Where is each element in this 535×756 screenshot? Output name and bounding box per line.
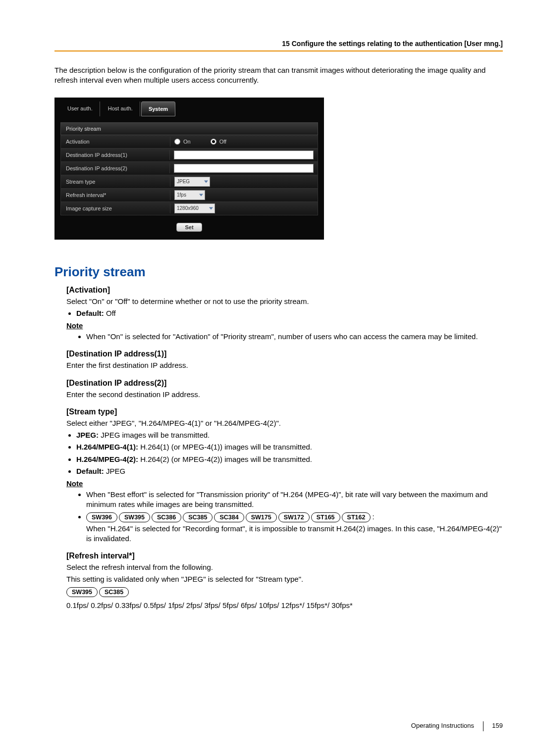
label-stream-default: Default:: [76, 467, 104, 475]
settings-panel-screenshot: User auth. Host auth. System Priority st…: [54, 98, 324, 240]
page-footer: Operating Instructions 159: [411, 721, 503, 731]
page-header-title: 15 Configure the settings relating to th…: [54, 40, 503, 48]
row-dest1: Destination IP address(1): [60, 149, 318, 162]
block-stream: [Stream type] Select either "JPEG", "H.2…: [54, 407, 503, 544]
label-jpeg: JPEG:: [76, 431, 99, 439]
note-label-activation: Note: [66, 321, 503, 330]
model-pill: SW395: [66, 587, 98, 597]
block-activation: [Activation] Select "On" or "Off" to det…: [54, 286, 503, 342]
heading-dest1: [Destination IP address(1)]: [66, 350, 503, 358]
block-refresh: [Refresh interval*] Select the refresh i…: [54, 552, 503, 610]
footer-divider: [483, 721, 483, 731]
default-value: Off: [106, 309, 116, 317]
note1-stream: When "Best effort" is selected for "Tran…: [86, 490, 503, 510]
radio-off[interactable]: Off: [211, 139, 226, 145]
item-stream-default: Default: JPEG: [76, 466, 503, 476]
model-pill: SW395: [119, 512, 150, 522]
label-refresh: Refresh interval*: [61, 190, 170, 200]
model-pill: SW396: [86, 512, 117, 522]
radio-on[interactable]: On: [174, 139, 191, 145]
note2-stream: When "H.264" is selected for "Recording …: [86, 524, 502, 543]
default-activation: Default: Off: [76, 308, 503, 318]
set-button-row: Set: [60, 215, 318, 232]
item-h264-1: H.264/MPEG-4(1): H.264(1) (or MPEG-4(1))…: [76, 442, 503, 452]
text-h264-1: H.264(1) (or MPEG-4(1)) images will be t…: [140, 443, 312, 451]
text-h264-2: H.264(2) (or MPEG-4(2)) images will be t…: [140, 455, 312, 463]
label-dest1: Destination IP address(1): [61, 150, 170, 160]
desc-dest2: Enter the second destination IP address.: [66, 390, 503, 400]
select-capture-size[interactable]: 1280x960: [174, 203, 215, 213]
panel-tabs: User auth. Host auth. System: [60, 101, 318, 116]
model-pill: SC386: [152, 512, 181, 522]
model-pill: SW172: [278, 512, 310, 522]
radio-off-label: Off: [219, 139, 226, 145]
label-dest2: Destination IP address(2): [61, 163, 170, 173]
default-label: Default:: [76, 309, 104, 317]
label-activation: Activation: [61, 137, 170, 147]
desc-stream: Select either "JPEG", "H.264/MPEG-4(1)" …: [66, 418, 503, 428]
text-jpeg: JPEG images will be transmitted.: [101, 431, 210, 439]
select-refresh[interactable]: 1fps: [174, 190, 205, 200]
refresh-values: 0.1fps/ 0.2fps/ 0.33fps/ 0.5fps/ 1fps/ 2…: [66, 601, 503, 610]
note-label-stream: Note: [66, 479, 503, 488]
item-h264-2: H.264/MPEG-4(2): H.264(2) (or MPEG-4(2))…: [76, 454, 503, 464]
section-title: Priority stream: [54, 264, 503, 280]
item-jpeg: JPEG: JPEG images will be transmitted.: [76, 430, 503, 440]
label-stream-type: Stream type: [61, 177, 170, 187]
label-h264-1: H.264/MPEG-4(1):: [76, 443, 138, 451]
tab-system[interactable]: System: [141, 101, 175, 116]
label-capture-size: Image capture size: [61, 203, 170, 213]
block-dest2: [Destination IP address(2)] Enter the se…: [54, 379, 503, 400]
radio-on-label: On: [183, 139, 191, 145]
refresh-line1: Select the refresh interval from the fol…: [66, 562, 503, 572]
input-dest1[interactable]: [174, 151, 314, 159]
model-pill: SC385: [99, 587, 129, 597]
select-stream-type[interactable]: JPEG: [174, 177, 210, 187]
row-dest2: Destination IP address(2): [60, 162, 318, 175]
footer-page: 159: [492, 722, 503, 729]
panel-section-title: Priority stream: [60, 122, 318, 135]
row-refresh: Refresh interval* 1fps: [60, 189, 318, 202]
header-divider: [54, 50, 503, 51]
heading-stream: [Stream type]: [66, 407, 503, 416]
radio-off-dot: [211, 139, 216, 145]
intro-text: The description below is the configurati…: [54, 65, 503, 86]
block-dest1: [Destination IP address(1)] Enter the fi…: [54, 350, 503, 370]
set-button[interactable]: Set: [176, 223, 202, 232]
tab-host-auth[interactable]: Host auth.: [101, 101, 140, 116]
row-stream-type: Stream type JPEG: [60, 175, 318, 189]
model-pill: ST162: [342, 512, 371, 522]
model-pill: SC384: [214, 512, 244, 522]
heading-dest2: [Destination IP address(2)]: [66, 379, 503, 388]
model-pill: SC385: [183, 512, 213, 522]
input-dest2[interactable]: [174, 164, 314, 173]
models-list-2: SW395SC385: [66, 587, 503, 599]
desc-activation: Select "On" or "Off" to determine whethe…: [66, 297, 503, 306]
colon-after-models: :: [372, 512, 374, 521]
models-list-1: SW396SW395SC386SC385SC384SW175SW172ST165…: [86, 512, 372, 521]
model-pill: SW175: [246, 512, 277, 522]
note-text-activation: When "On" is selected for "Activation" o…: [86, 332, 503, 342]
heading-activation: [Activation]: [66, 286, 503, 295]
refresh-line2: This setting is validated only when "JPE…: [66, 574, 503, 584]
heading-refresh: [Refresh interval*]: [66, 552, 503, 560]
model-pill: ST165: [311, 512, 340, 522]
label-h264-2: H.264/MPEG-4(2):: [76, 455, 138, 463]
value-stream-default: JPEG: [106, 467, 125, 475]
row-activation: Activation On Off: [60, 135, 318, 149]
footer-label: Operating Instructions: [411, 722, 474, 729]
row-capture-size: Image capture size 1280x960: [60, 202, 318, 215]
tab-user-auth[interactable]: User auth.: [60, 101, 100, 116]
desc-dest1: Enter the first destination IP address.: [66, 360, 503, 370]
radio-on-dot: [174, 139, 180, 145]
note2-stream-wrap: SW396SW395SC386SC385SC384SW175SW172ST165…: [86, 512, 503, 544]
